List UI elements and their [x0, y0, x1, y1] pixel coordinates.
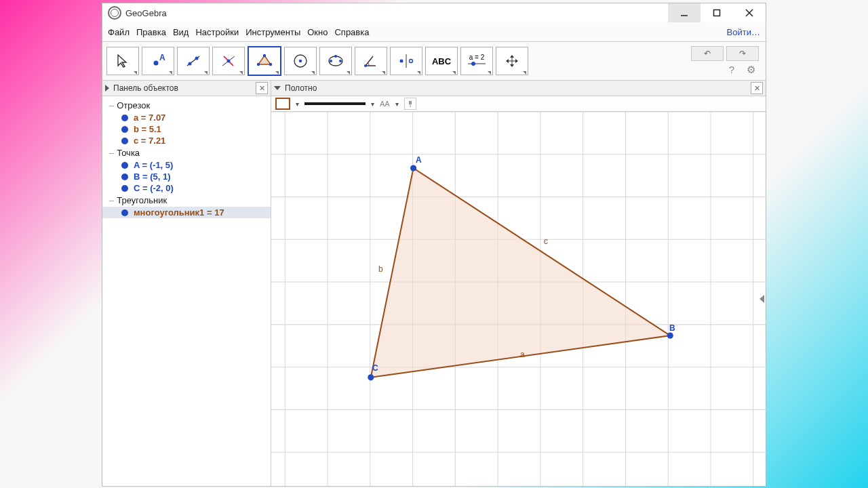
minimize-icon [680, 9, 688, 17]
tree-item-segment-a[interactable]: a = 7.07 [102, 112, 271, 123]
svg-point-15 [257, 63, 260, 66]
tree-item-polygon1[interactable]: многоугольник1 = 17 [102, 207, 271, 218]
algebra-panel-header[interactable]: Панель объектов ✕ [102, 81, 271, 96]
tool-line[interactable] [177, 47, 210, 75]
tool-polygon[interactable] [248, 46, 281, 76]
workspace: Панель объектов ✕ –Отрезок a = 7.07 b = … [102, 81, 766, 486]
stylebar: ▾ ▾ AA ▾ [271, 96, 766, 112]
tree-category-segments[interactable]: –Отрезок [102, 99, 271, 112]
chevron-down-icon: ▾ [371, 100, 374, 108]
svg-point-56 [667, 333, 673, 339]
svg-point-25 [410, 60, 413, 63]
panel-title: Панель объектов [113, 83, 178, 93]
svg-point-24 [400, 60, 403, 63]
tool-conic[interactable] [319, 47, 352, 75]
tree-category-points[interactable]: –Точка [102, 146, 271, 159]
pin-icon [407, 100, 414, 107]
chevron-down-icon: ▾ [395, 100, 399, 108]
svg-point-4 [154, 61, 159, 66]
close-icon [745, 9, 753, 17]
ellipse-icon [327, 52, 344, 70]
menu-help[interactable]: Справка [334, 27, 369, 37]
app-title: GeoGebra [125, 8, 167, 18]
redo-icon: ↷ [739, 49, 746, 58]
panel-collapse-tab[interactable] [757, 290, 766, 308]
window-maximize-button[interactable] [701, 3, 733, 22]
line-icon [184, 52, 202, 70]
svg-point-11 [227, 60, 231, 63]
chevron-left-icon [760, 295, 764, 303]
polygon-icon [256, 52, 273, 70]
cursor-icon [114, 52, 132, 70]
svg-point-55 [410, 165, 416, 171]
svg-point-13 [263, 54, 266, 57]
tree-item-segment-c[interactable]: c = 7.21 [102, 135, 271, 146]
panel-title: Полотно [285, 83, 317, 93]
style-color[interactable] [275, 98, 290, 110]
undo-button[interactable]: ↶ [691, 46, 724, 61]
svg-rect-30 [409, 101, 412, 104]
perpendicular-icon [220, 52, 237, 70]
tree-category-polygon[interactable]: –Треугольник [102, 194, 271, 207]
menu-tools[interactable]: Инструменты [245, 27, 300, 37]
help-icon: ? [729, 64, 734, 75]
tree-item-point-a[interactable]: A = (-1, 5) [102, 159, 271, 171]
svg-point-27 [471, 62, 475, 66]
geogebra-window: GeoGebra Файл Правка Вид Настройки Инстр… [102, 3, 766, 487]
tree-item-point-b[interactable]: B = (5, 1) [102, 171, 271, 182]
tree-item-point-c[interactable]: C = (-2, 0) [102, 182, 271, 194]
tree-item-segment-b[interactable]: b = 5.1 [102, 123, 271, 135]
object-tree: –Отрезок a = 7.07 b = 5.1 c = 7.21 –Точк… [102, 96, 271, 486]
window-close-button[interactable] [733, 3, 766, 22]
angle-icon [362, 52, 380, 70]
titlebar: GeoGebra [102, 3, 766, 22]
graphics-panel: Полотно ✕ ▾ ▾ AA ▾ ABCcab [271, 81, 766, 486]
help-button[interactable]: ? [724, 63, 740, 77]
tool-circle[interactable] [284, 47, 317, 75]
canvas-svg [271, 112, 766, 486]
tool-move[interactable] [106, 47, 139, 75]
redo-button[interactable]: ↷ [726, 46, 759, 61]
menu-edit[interactable]: Правка [136, 27, 166, 37]
tool-text[interactable]: ABC [425, 47, 458, 75]
svg-point-8 [195, 57, 199, 60]
graphics-panel-close[interactable]: ✕ [751, 82, 763, 94]
window-minimize-button[interactable] [668, 3, 701, 22]
maximize-icon [713, 9, 721, 17]
chevron-down-icon: ▾ [296, 100, 299, 108]
login-link[interactable]: Войти… [727, 27, 760, 37]
expand-icon [105, 85, 109, 92]
tool-slider[interactable]: a = 2 [460, 47, 493, 75]
tool-point[interactable]: A [142, 47, 174, 75]
slider-icon: a = 2 [467, 54, 487, 68]
undo-icon: ↶ [704, 49, 711, 58]
style-font[interactable]: AA [380, 100, 390, 108]
tool-perpendicular[interactable] [212, 47, 245, 75]
tool-angle[interactable] [355, 47, 387, 75]
svg-point-20 [339, 60, 342, 62]
collapse-icon [274, 86, 281, 90]
circle-icon [292, 52, 309, 70]
svg-point-57 [368, 374, 374, 380]
svg-point-17 [299, 60, 302, 62]
graphics-canvas[interactable]: ABCcab [271, 112, 766, 486]
menu-file[interactable]: Файл [108, 27, 130, 37]
algebra-panel-close[interactable]: ✕ [256, 82, 268, 94]
reflect-icon [397, 52, 415, 70]
svg-point-7 [189, 62, 192, 66]
svg-rect-1 [714, 10, 720, 16]
move-view-icon [503, 52, 521, 70]
menu-settings[interactable]: Настройки [195, 27, 239, 37]
settings-button[interactable]: ⚙ [743, 63, 759, 77]
style-pin[interactable] [404, 98, 416, 110]
menu-view[interactable]: Вид [173, 27, 189, 37]
style-line[interactable] [304, 102, 366, 105]
app-icon [108, 6, 121, 20]
svg-point-22 [364, 64, 367, 67]
graphics-panel-header[interactable]: Полотно ✕ [271, 81, 766, 96]
abc-icon: ABC [432, 56, 451, 66]
tool-move-view[interactable] [496, 47, 528, 75]
gear-icon: ⚙ [747, 64, 755, 76]
menu-window[interactable]: Окно [307, 27, 328, 37]
tool-transform[interactable] [390, 47, 422, 75]
